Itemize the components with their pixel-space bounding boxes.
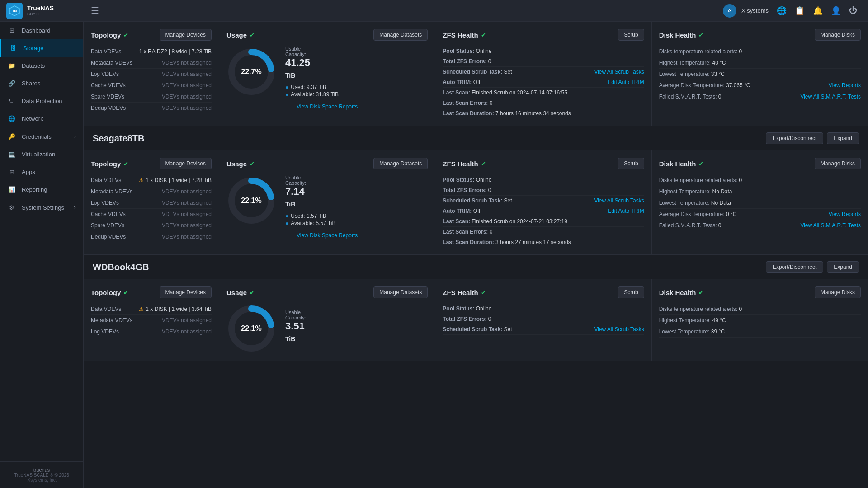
pool1-view-disk-space-link[interactable]: View Disk Space Reports (297, 103, 358, 110)
pool1-usage-title: Usage (226, 31, 247, 39)
pool2-expand-button[interactable]: Expand (827, 132, 859, 144)
pool3-usable-value: 3.51TiB (285, 320, 306, 344)
pool2-edit-trim-link[interactable]: Edit Auto TRIM (608, 208, 644, 214)
system-settings-arrow: › (74, 204, 76, 211)
sidebar-item-data-protection[interactable]: 🛡 Data Protection (0, 92, 83, 110)
sidebar-item-reporting[interactable]: 📊 Reporting (0, 181, 83, 198)
pool1-topology-check-icon: ✔ (123, 32, 128, 38)
pool2-topology-title: Topology (91, 160, 121, 168)
pool3-manage-devices-button[interactable]: Manage Devices (160, 286, 212, 298)
pool2-usable-label: UsableCapacity: (285, 175, 335, 186)
pool2-zfs-errors-row: Total ZFS Errors: 0 (443, 185, 644, 196)
pool2-view-disk-space-link[interactable]: View Disk Space Reports (297, 232, 358, 239)
credentials-icon: 🔑 (7, 133, 16, 140)
sidebar-label-reporting: Reporting (22, 186, 47, 193)
system-settings-icon: ⚙ (7, 204, 16, 211)
pool2-view-scrub-link[interactable]: View All Scrub Tasks (594, 197, 644, 204)
pool1-lowest-temp-row: Lowest Temperature: 33 °C (659, 69, 861, 80)
pool1-scan-errors-row: Last Scan Errors: 0 (443, 98, 644, 108)
pool1-disk-title: Disk Health (659, 31, 696, 39)
clipboard-icon[interactable]: 📋 (795, 6, 805, 16)
pool3-expand-button[interactable]: Expand (827, 261, 859, 273)
pool1-topology-metadata-row: Metadata VDEVs VDEVs not assigned (91, 57, 212, 69)
sidebar-label-credentials: Credentials (22, 133, 52, 140)
footer-company: iXsystems, Inc. (7, 478, 76, 483)
pool3-manage-datasets-button[interactable]: Manage Datasets (373, 286, 428, 298)
pool2-manage-disks-button[interactable]: Manage Disks (815, 158, 861, 169)
pool2-scrub-button[interactable]: Scrub (618, 158, 644, 169)
pool3-scrub-button[interactable]: Scrub (618, 286, 644, 298)
pool2-topology-cache-row: Cache VDEVs VDEVs not assigned (91, 209, 212, 220)
pool1-view-smart-link[interactable]: View All S.M.A.R.T. Tests (800, 94, 861, 100)
pool2-available-value: ● Available: 5.57 TiB (285, 220, 335, 226)
pool3-usable-label: UsableCapacity: (285, 310, 306, 320)
pool1-scrub-task-row: Scheduled Scrub Task: SetView All Scrub … (443, 67, 644, 77)
pool3-topology-metadata-row: Metadata VDEVs VDEVs not assigned (91, 315, 212, 326)
pool1-topology-card: Topology ✔ Manage Devices Data VDEVs 1 x… (84, 22, 219, 126)
pool2-view-reports-link[interactable]: View Reports (829, 211, 861, 217)
pool1-manage-disks-button[interactable]: Manage Disks (815, 29, 861, 41)
sidebar-item-virtualization[interactable]: 💻 Virtualization (0, 145, 83, 163)
pool2-manage-devices-button[interactable]: Manage Devices (160, 158, 212, 169)
network-icon[interactable]: 🌐 (777, 6, 787, 16)
pool2-avg-temp-row: Average Disk Temperature: 0 °CView Repor… (659, 209, 861, 220)
sidebar-item-credentials[interactable]: 🔑 Credentials › (0, 127, 83, 145)
pool2-export-disconnect-button[interactable]: Export/Disconnect (766, 132, 823, 144)
pool2-zfs-title: ZFS Health (443, 160, 478, 168)
sidebar-item-datasets[interactable]: 📁 Datasets (0, 57, 83, 75)
pool3-usage-card: Usage ✔ Manage Datasets 22.1% (219, 279, 435, 361)
pool2-manage-datasets-button[interactable]: Manage Datasets (373, 158, 428, 169)
sidebar: ⊞ Dashboard 🗄 Storage 📁 Datasets 🔗 Share… (0, 22, 84, 488)
pool2-scan-duration-row: Last Scan Duration: 3 hours 27 minutes 1… (443, 237, 644, 247)
credentials-arrow: › (74, 133, 76, 140)
pool-2-section: Seagate8TB Export/Disconnect Expand Topo… (84, 126, 868, 255)
pool3-export-disconnect-button[interactable]: Export/Disconnect (766, 261, 823, 273)
pool2-usage-check-icon: ✔ (250, 160, 255, 167)
pool2-auto-trim-row: Auto TRIM: OffEdit Auto TRIM (443, 206, 644, 216)
sidebar-item-shares[interactable]: 🔗 Shares (0, 75, 83, 92)
pool2-pool-status-row: Pool Status: Online (443, 175, 644, 185)
sidebar-label-shares: Shares (22, 80, 40, 87)
sidebar-label-system-settings: System Settings (22, 204, 64, 211)
pool1-used-value: ● Used: 9.37 TiB (285, 84, 339, 90)
pool1-usage-percent: 22.7% (241, 68, 261, 76)
pool2-last-scan-row: Last Scan: Finished Scrub on 2024-07-21 … (443, 216, 644, 227)
reporting-icon: 📊 (7, 186, 16, 193)
pool2-scrub-task-row: Scheduled Scrub Task: SetView All Scrub … (443, 196, 644, 206)
pool1-manage-datasets-button[interactable]: Manage Datasets (373, 29, 428, 41)
pool2-temp-alerts-row: Disks temperature related alerts: 0 (659, 175, 861, 186)
pool3-manage-disks-button[interactable]: Manage Disks (815, 286, 861, 298)
sidebar-item-system-settings[interactable]: ⚙ System Settings › (0, 198, 83, 216)
pool2-disk-check-icon: ✔ (698, 160, 703, 167)
pool1-view-reports-link[interactable]: View Reports (829, 82, 861, 89)
pool3-topology-log-row: Log VDEVs VDEVs not assigned (91, 326, 212, 337)
pool2-view-smart-link[interactable]: View All S.M.A.R.T. Tests (800, 222, 861, 229)
notification-icon[interactable]: 🔔 (813, 6, 823, 16)
account-icon[interactable]: 👤 (831, 6, 841, 16)
sidebar-item-network[interactable]: 🌐 Network (0, 110, 83, 127)
app-subtitle: SCALE (27, 12, 54, 16)
sidebar-item-apps[interactable]: ⊞ Apps (0, 163, 83, 181)
power-icon[interactable]: ⏻ (849, 6, 857, 15)
pool1-edit-trim-link[interactable]: Edit Auto TRIM (608, 79, 644, 85)
pool1-topology-log-row: Log VDEVs VDEVs not assigned (91, 69, 212, 80)
logo-icon: TN (6, 3, 23, 19)
hamburger-button[interactable]: ☰ (84, 5, 106, 16)
pool2-zfs-check-icon: ✔ (481, 160, 486, 167)
pool1-manage-devices-button[interactable]: Manage Devices (160, 29, 212, 41)
sidebar-item-dashboard[interactable]: ⊞ Dashboard (0, 22, 83, 39)
pool3-lowest-temp-row: Lowest Temperature: 39 °C (659, 326, 861, 338)
pool1-usable-value: 41.25TiB (285, 57, 339, 80)
pool2-zfs-card: ZFS Health ✔ Scrub Pool Status: Online T… (435, 150, 651, 254)
pool1-zfs-check-icon: ✔ (481, 32, 486, 38)
pool1-highest-temp-row: Highest Temperature: 40 °C (659, 57, 861, 69)
sidebar-item-storage[interactable]: 🗄 Storage (0, 39, 83, 57)
pool1-scrub-button[interactable]: Scrub (618, 29, 644, 41)
pool1-topology-dedup-row: Dedup VDEVs VDEVs not assigned (91, 103, 212, 113)
sidebar-label-dashboard: Dashboard (22, 27, 51, 34)
pool1-scan-duration-row: Last Scan Duration: 7 hours 16 minutes 3… (443, 108, 644, 118)
pool3-view-scrub-link[interactable]: View All Scrub Tasks (594, 326, 644, 333)
pool2-topology-metadata-row: Metadata VDEVs VDEVs not assigned (91, 186, 212, 197)
pool1-view-scrub-link[interactable]: View All Scrub Tasks (594, 69, 644, 75)
pool2-usage-card: Usage ✔ Manage Datasets 22.1% (219, 150, 435, 254)
